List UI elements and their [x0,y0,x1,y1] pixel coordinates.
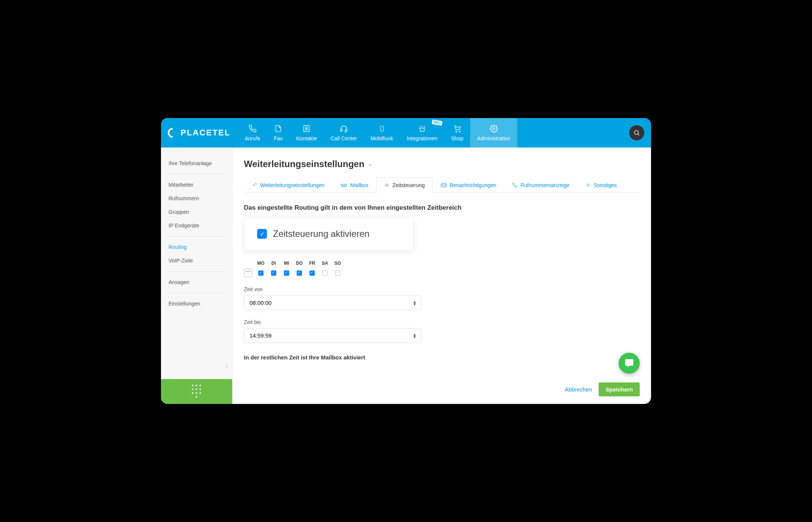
top-nav: Anrufe Fax Kontakte Call Center Mobilfun… [238,118,517,147]
time-to-select[interactable]: 14:59:59 [244,328,421,343]
svg-point-6 [456,131,457,132]
tab-weiterleitung[interactable]: Weiterleitungseinstellungen [244,177,332,193]
cancel-button[interactable]: Abbrechen [565,386,592,393]
nav-fax[interactable]: Fax [267,118,289,147]
tab-label: Mailbox [350,182,368,188]
integrations-icon [418,124,426,133]
headset-icon [340,124,348,133]
svg-rect-4 [380,126,383,131]
nav-label: Administration [477,135,510,141]
save-button[interactable]: Speichern [599,382,640,396]
sidebar-collapse[interactable]: ‹ [225,362,228,370]
tab-label: Sonstiges [594,182,617,188]
days-selector: MO DI MI DO FR SA SO [244,261,640,277]
chevron-down-icon: ⌄ [368,161,372,167]
neu-badge: NEU [432,120,443,126]
nav-mobilfunk[interactable]: Mobilfunk [364,118,400,147]
day-check-di[interactable] [271,270,276,276]
tab-rufnummernanzeige[interactable]: Rufnummernanzeige [504,177,578,193]
day-label-fr: FR [308,261,316,266]
topbar: PLACETEL Anrufe Fax Kontakte Call Center… [161,118,651,147]
svg-point-1 [306,127,308,129]
day-check-sa[interactable] [322,270,328,276]
route-icon [252,183,257,188]
brand-logo[interactable]: PLACETEL [161,118,238,147]
sidebar-item-einstellungen[interactable]: Einstellungen [169,297,225,310]
day-label-mi: MI [282,261,291,266]
svg-point-12 [344,184,346,186]
sidebar: Ihre Telefonanlage Mitarbeiter Rufnummer… [161,147,233,404]
nav-integrationen[interactable]: NEU Integrationen [400,118,444,147]
clock-icon [384,183,389,188]
page-title[interactable]: Weiterleitungseinstellungen ⌄ [244,159,640,169]
nav-label: Anrufe [245,135,260,141]
nav-label: Fax [274,135,282,141]
svg-point-9 [634,130,639,135]
divider [169,174,225,174]
app-window: PLACETEL Anrufe Fax Kontakte Call Center… [161,118,651,404]
phone-icon [248,124,257,133]
tab-label: Zeitsteuerung [392,182,425,188]
svg-line-10 [638,134,639,135]
day-check-fr[interactable] [309,270,315,276]
nav-label: Call Center [331,135,357,141]
search-button[interactable] [629,125,644,140]
section-heading: Das eingestellte Routing gilt in dem von… [244,204,640,212]
day-check-do[interactable] [297,270,302,276]
cart-icon [453,124,461,133]
nav-callcenter[interactable]: Call Center [324,118,364,147]
day-label-so: SO [334,261,342,266]
sidebar-item-gruppen[interactable]: Gruppen [169,205,225,219]
time-to-label: Zeit bis [244,319,640,325]
nav-label: Integrationen [407,135,438,141]
sidebar-item-telefonanlage[interactable]: Ihre Telefonanlage [169,157,225,170]
svg-rect-3 [346,129,347,132]
tab-benachrichtigungen[interactable]: Benachrichtigungen [433,177,504,193]
sidebar-item-rufnummern[interactable]: Rufnummern [169,192,225,205]
voicemail-icon [340,183,347,188]
nav-shop[interactable]: Shop [444,118,470,147]
svg-point-8 [493,127,495,130]
divider [169,271,225,272]
dialpad-icon [192,385,202,398]
sidebar-item-ansagen[interactable]: Ansagen [169,275,225,289]
day-check-mo[interactable] [258,270,264,276]
main-content: Weiterleitungseinstellungen ⌄ Weiterleit… [233,147,651,404]
day-label-mo: MO [257,261,265,266]
day-label-sa: SA [321,261,329,266]
mail-icon [441,183,447,188]
tab-label: Benachrichtigungen [450,182,496,188]
svg-rect-2 [341,129,342,132]
svg-rect-14 [441,183,446,187]
tab-zeitsteuerung[interactable]: Zeitsteuerung [376,177,433,193]
nav-administration[interactable]: Administration [470,118,517,147]
tab-label: Rufnummernanzeige [521,182,570,188]
sidebar-item-mitarbeiter[interactable]: Mitarbeiter [169,178,225,192]
activate-label: Zeitsteuerung aktivieren [273,229,369,239]
sidebar-item-ipendgeraete[interactable]: IP Endgeräte [169,219,225,232]
time-from-select[interactable]: 08:00:00 [244,295,421,310]
day-check-so[interactable] [335,270,340,276]
nav-anrufe[interactable]: Anrufe [238,118,267,147]
document-icon [274,124,282,133]
rest-time-note: In der restlichen Zeit ist Ihre Mailbox … [244,354,640,361]
days-header: MO DI MI DO FR SA SO [244,261,640,266]
sidebar-item-routing[interactable]: Routing [169,240,225,254]
sidebar-item-voipziele[interactable]: VoIP-Ziele [169,254,225,267]
day-check-mi[interactable] [284,270,289,276]
dialpad-button[interactable] [161,379,232,404]
settings-icon [585,183,591,188]
tab-sonstiges[interactable]: Sonstiges [578,177,625,193]
chat-fab[interactable] [619,353,640,374]
day-label-di: DI [270,261,278,266]
mobile-icon [379,124,385,133]
brand-name: PLACETEL [181,128,230,138]
tab-mailbox[interactable]: Mailbox [332,177,376,193]
svg-point-15 [587,184,589,186]
nav-label: Mobilfunk [371,135,393,141]
activate-checkbox[interactable]: ✓ [257,229,267,239]
tab-label: Weiterleitungseinstellungen [260,182,325,188]
nav-kontakte[interactable]: Kontakte [290,118,324,147]
nav-label: Kontakte [296,135,317,141]
calendar-icon[interactable] [244,269,252,277]
